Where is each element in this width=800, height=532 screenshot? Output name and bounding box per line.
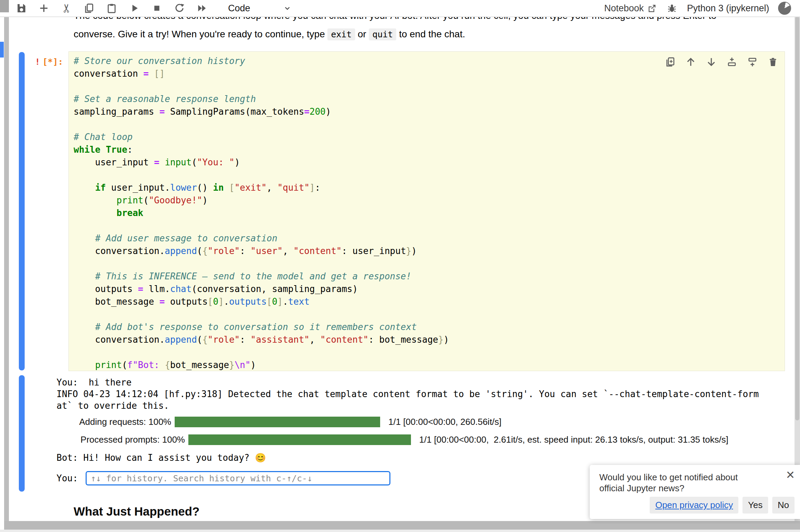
trash-icon	[768, 57, 778, 67]
paste-cells-button[interactable]	[105, 2, 118, 14]
run-icon	[129, 3, 140, 14]
debugger-button[interactable]	[666, 2, 678, 14]
progress-stats: 1/1 [00:00<00:00, 2.61it/s, est. speed i…	[419, 434, 728, 445]
execution-prompt: ![*]:	[35, 57, 63, 67]
arrow-down-icon	[706, 56, 717, 67]
progress-row-processed-prompts: Processed prompts: 100% 1/1 [00:00<00:00…	[57, 432, 786, 447]
status-bar	[0, 530, 800, 532]
move-cell-down-button[interactable]	[705, 56, 717, 68]
save-button[interactable]	[15, 2, 27, 14]
chevron-down-icon	[283, 4, 292, 13]
insert-cell-button[interactable]	[38, 2, 50, 14]
stdin-echo: You: hi there	[57, 377, 762, 388]
jupyter-news-notification: Would you like to get notified about off…	[590, 465, 800, 519]
plus-icon	[38, 3, 49, 14]
notebook-bottom-edge	[4, 521, 800, 530]
progress-row-adding-requests: Adding requests: 100% 1/1 [00:00<00:00, …	[57, 414, 786, 429]
duplicate-cell-button[interactable]	[664, 56, 676, 68]
cut-cells-button[interactable]: ✂	[60, 2, 73, 14]
notification-message: Would you like to get notified about off…	[599, 472, 760, 494]
insert-cell-below-button[interactable]	[747, 56, 758, 68]
scrollbar-thumb[interactable]	[795, 16, 799, 420]
progress-stats: 1/1 [00:00<00:00, 260.56it/s]	[388, 416, 501, 428]
duplicate-cell-icon	[665, 56, 676, 67]
sidebar-corner	[0, 0, 9, 12]
run-cell-button[interactable]	[128, 2, 140, 14]
copy-cells-button[interactable]	[83, 2, 95, 14]
restart-kernel-button[interactable]	[173, 2, 186, 14]
scissors-icon: ✂	[61, 3, 72, 13]
stdin-input[interactable]	[86, 471, 390, 485]
cell-type-dropdown[interactable]: Code	[228, 3, 292, 14]
inline-code-exit: exit	[327, 28, 355, 40]
insert-below-icon	[747, 56, 758, 67]
inline-code-quit: quit	[369, 28, 396, 40]
yes-button[interactable]: Yes	[742, 497, 768, 514]
copy-icon	[84, 3, 95, 14]
cell-type-value: Code	[228, 3, 250, 14]
cell-toolbar	[664, 56, 779, 68]
progress-bar	[175, 417, 380, 427]
no-button[interactable]: No	[772, 497, 795, 514]
sidebar-divider[interactable]	[4, 12, 9, 521]
open-privacy-policy-button[interactable]: Open privacy policy	[650, 497, 738, 514]
restart-run-all-button[interactable]	[196, 2, 208, 14]
active-tab-indicator	[0, 42, 4, 58]
paste-icon	[106, 3, 117, 14]
output-collapser[interactable]	[19, 375, 25, 492]
move-cell-up-button[interactable]	[685, 56, 697, 68]
close-icon[interactable]: ×	[786, 468, 795, 482]
stdin-prompt-label: You:	[57, 472, 78, 484]
kernel-busy-indicator[interactable]	[778, 2, 791, 15]
interrupt-kernel-button[interactable]	[151, 2, 163, 14]
progress-label: Adding requests: 100%	[57, 416, 171, 428]
bot-response-line: Bot: Hi! How can I assist you today? 😊	[57, 452, 786, 464]
progress-bar	[188, 434, 411, 445]
code-lines[interactable]: # Store our conversation historyconversa…	[74, 55, 449, 371]
insert-cell-above-button[interactable]	[726, 56, 738, 68]
external-link-icon	[647, 3, 657, 13]
restart-icon	[174, 3, 185, 14]
vertical-scrollbar[interactable]	[795, 16, 800, 530]
delete-cell-button[interactable]	[767, 56, 779, 68]
kernel-name: Python 3 (ipykernel)	[687, 3, 769, 14]
vllm-log-line: INFO 04-23 14:12:04 [hf.py:318] Detected…	[57, 388, 762, 411]
jupyter-notebook-window: The code below creates a conversation lo…	[0, 0, 800, 532]
arrow-up-icon	[685, 56, 696, 67]
section-heading: What Just Happened?	[74, 505, 200, 518]
input-collapser[interactable]	[19, 52, 25, 370]
notebook-mode-link[interactable]: Notebook	[604, 3, 657, 14]
progress-label: Processed prompts: 100%	[57, 434, 185, 445]
fast-forward-icon	[196, 3, 208, 14]
insert-above-icon	[726, 56, 737, 67]
notebook-toolbar: ✂ Code	[0, 0, 800, 17]
dirty-cell-indicator: !	[35, 57, 40, 67]
stop-icon	[151, 3, 162, 14]
bug-icon	[667, 3, 677, 13]
markdown-text-line2: converse. Give it a try! When you're rea…	[74, 29, 465, 40]
